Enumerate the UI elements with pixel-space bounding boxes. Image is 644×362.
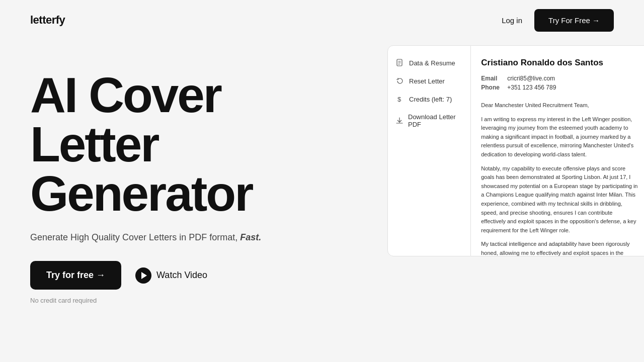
sidebar-data-resume-label: Data & Resume [409, 59, 455, 67]
logo: letterfy [30, 14, 65, 27]
svg-text:$: $ [397, 96, 401, 103]
file-icon [396, 59, 404, 67]
credits-icon: $ [396, 95, 404, 103]
no-credit-text: No credit card required [30, 297, 342, 304]
letter-body: Dear Manchester United Recruitment Team,… [481, 101, 638, 256]
phone-value: +351 123 456 789 [507, 84, 556, 91]
ui-preview: Data & Resume Reset Letter $ Credits ( [387, 45, 644, 256]
sidebar-reset-label: Reset Letter [409, 77, 445, 85]
sidebar-credits[interactable]: $ Credits (left: 7) [388, 90, 470, 108]
download-icon [396, 117, 403, 125]
letter-paragraph-3: My tactical intelligence and adaptabilit… [481, 240, 638, 256]
letter-name: Cristiano Ronaldo dos Santos [481, 58, 638, 68]
phone-row: Phone +351 123 456 789 [481, 84, 638, 91]
email-row: Email cricri85@live.com [481, 75, 638, 82]
hero-section: AI Cover Letter Generator Generate High … [0, 40, 644, 304]
hero-left: AI Cover Letter Generator Generate High … [30, 60, 342, 304]
try-free-nav-button[interactable]: Try For Free → [534, 9, 614, 32]
reset-icon [396, 77, 404, 85]
watch-video-label: Watch Video [156, 270, 207, 281]
sidebar-download-label: Download Letter PDF [408, 113, 462, 128]
email-label: Email [481, 75, 501, 82]
sidebar-credits-label: Credits (left: 7) [409, 96, 452, 103]
hero-actions: Try for free → Watch Video [30, 261, 342, 290]
letter-contact: Email cricri85@live.com Phone +351 123 4… [481, 75, 638, 91]
preview-sidebar: Data & Resume Reset Letter $ Credits ( [387, 45, 471, 256]
preview-letter: Cristiano Ronaldo dos Santos Email cricr… [471, 45, 644, 256]
try-free-hero-button[interactable]: Try for free → [30, 261, 121, 290]
nav-right: Log in Try For Free → [502, 9, 614, 32]
email-value: cricri85@live.com [507, 75, 555, 82]
hero-subtitle: Generate High Quality Cover Letters in P… [30, 232, 342, 243]
letter-greeting: Dear Manchester United Recruitment Team, [481, 101, 638, 110]
sidebar-download[interactable]: Download Letter PDF [388, 108, 470, 133]
hero-title: AI Cover Letter Generator [30, 70, 342, 218]
sidebar-data-resume[interactable]: Data & Resume [388, 54, 470, 72]
letter-paragraph-1: I am writing to express my interest in t… [481, 115, 638, 159]
phone-label: Phone [481, 84, 501, 91]
sidebar-reset-letter[interactable]: Reset Letter [388, 72, 470, 90]
login-link[interactable]: Log in [502, 16, 522, 25]
letter-paragraph-2: Notably, my capability to execute offens… [481, 164, 638, 235]
watch-video-button[interactable]: Watch Video [135, 267, 207, 284]
play-icon [135, 267, 151, 284]
navbar: letterfy Log in Try For Free → [0, 0, 644, 40]
